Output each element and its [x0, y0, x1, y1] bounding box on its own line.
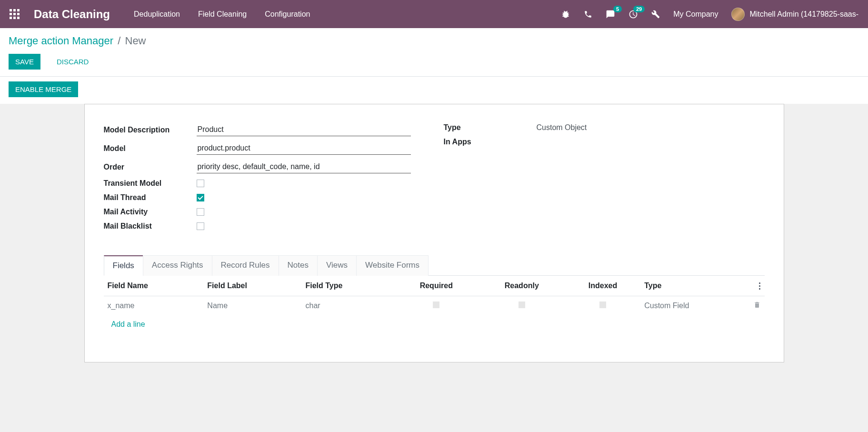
th-indexed[interactable]: Indexed [565, 276, 640, 296]
tab-website-forms[interactable]: Website Forms [356, 255, 429, 276]
th-type[interactable]: Type [640, 276, 749, 296]
tab-fields[interactable]: Fields [104, 255, 143, 276]
th-field-label[interactable]: Field Label [203, 276, 301, 296]
input-order[interactable] [197, 161, 411, 173]
label-in-apps: In Apps [444, 138, 537, 146]
breadcrumb-parent[interactable]: Merge action Manager [9, 35, 113, 47]
th-field-type[interactable]: Field Type [302, 276, 394, 296]
enable-merge-button[interactable]: ENABLE MERGE [9, 81, 78, 97]
app-brand[interactable]: Data Cleaning [34, 8, 110, 21]
trash-icon[interactable] [753, 302, 761, 310]
cell-field-label: Name [203, 296, 301, 316]
save-button[interactable]: SAVE [9, 54, 40, 70]
label-order: Order [104, 163, 197, 171]
tab-views[interactable]: Views [317, 255, 357, 276]
control-panel: Merge action Manager / New SAVE DISCARD [0, 28, 868, 77]
checkbox-mail-activity[interactable] [197, 208, 204, 216]
activities-icon[interactable]: 29 [629, 10, 638, 19]
cell-indexed [565, 296, 640, 316]
avatar [731, 8, 745, 21]
label-transient: Transient Model [104, 179, 197, 188]
nav-deduplication[interactable]: Deduplication [134, 10, 180, 19]
statusbar: ENABLE MERGE [0, 77, 868, 104]
breadcrumb-current: New [125, 35, 146, 47]
label-mail-activity: Mail Activity [104, 208, 197, 216]
breadcrumb: Merge action Manager / New [9, 35, 859, 47]
form-sheet: Model Description Model Order Transient … [84, 104, 784, 362]
form-group: Model Description Model Order Transient … [104, 123, 765, 236]
form-col-left: Model Description Model Order Transient … [104, 123, 425, 236]
cell-readonly [479, 296, 565, 316]
label-mail-blacklist: Mail Blacklist [104, 222, 197, 231]
value-type: Custom Object [537, 123, 587, 132]
tab-access-rights[interactable]: Access Rights [143, 255, 212, 276]
cell-required [394, 296, 479, 316]
nav-configuration[interactable]: Configuration [265, 10, 310, 19]
tab-notes[interactable]: Notes [279, 255, 318, 276]
label-mail-thread: Mail Thread [104, 193, 197, 202]
user-menu[interactable]: Mitchell Admin (14179825-saas- [731, 8, 858, 21]
navbar-right: 5 29 My Company Mitchell Admin (14179825… [561, 8, 858, 21]
input-model-description[interactable] [197, 123, 411, 136]
cell-field-name: x_name [104, 296, 204, 316]
label-type: Type [444, 123, 537, 132]
activities-badge: 29 [633, 6, 645, 12]
nav-links: Deduplication Field Cleaning Configurati… [134, 10, 310, 19]
messages-badge: 5 [613, 6, 622, 12]
th-readonly[interactable]: Readonly [479, 276, 565, 296]
tools-icon[interactable] [651, 10, 660, 19]
breadcrumb-separator: / [118, 35, 120, 47]
kebab-icon[interactable] [759, 282, 761, 290]
main-navbar: Data Cleaning Deduplication Field Cleani… [0, 0, 868, 28]
checkbox-transient[interactable] [197, 180, 204, 187]
form-background: Model Description Model Order Transient … [0, 104, 868, 372]
table-row[interactable]: x_name Name char Custom Field [104, 296, 765, 316]
fields-table: Field Name Field Label Field Type Requir… [104, 276, 765, 333]
button-row: SAVE DISCARD [9, 54, 859, 70]
add-line-link[interactable]: Add a line [108, 316, 149, 332]
input-model[interactable] [197, 142, 411, 155]
label-model: Model [104, 144, 197, 153]
user-name: Mitchell Admin (14179825-saas- [749, 10, 858, 19]
phone-icon[interactable] [584, 10, 592, 19]
cell-type: Custom Field [640, 296, 749, 316]
checkbox-mail-blacklist[interactable] [197, 222, 204, 230]
discard-button[interactable]: DISCARD [50, 54, 96, 70]
nav-field-cleaning[interactable]: Field Cleaning [198, 10, 247, 19]
bug-icon[interactable] [561, 10, 570, 19]
tab-record-rules[interactable]: Record Rules [212, 255, 279, 276]
label-model-description: Model Description [104, 126, 197, 134]
checkbox-mail-thread[interactable] [197, 194, 204, 201]
th-required[interactable]: Required [394, 276, 479, 296]
th-field-name[interactable]: Field Name [104, 276, 204, 296]
cell-field-type: char [302, 296, 394, 316]
navbar-left: Data Cleaning Deduplication Field Cleani… [10, 8, 310, 21]
company-name[interactable]: My Company [673, 10, 718, 19]
apps-icon[interactable] [10, 9, 20, 19]
tabs: Fields Access Rights Record Rules Notes … [104, 255, 765, 276]
messages-icon[interactable]: 5 [606, 10, 615, 19]
form-col-right: Type Custom Object In Apps [444, 123, 765, 236]
